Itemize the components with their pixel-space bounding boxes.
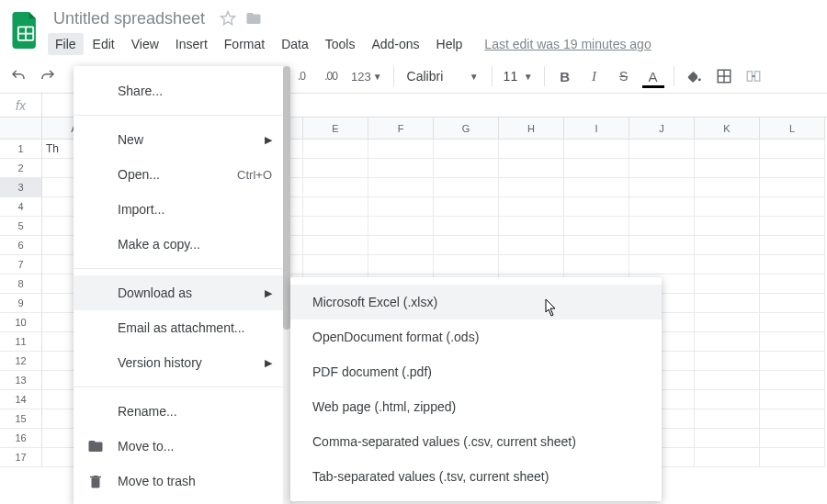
cell[interactable] bbox=[695, 197, 760, 217]
cell[interactable] bbox=[368, 236, 434, 255]
menu-help[interactable]: Help bbox=[429, 33, 470, 55]
row-header[interactable]: 3 bbox=[0, 178, 42, 197]
cell[interactable] bbox=[695, 217, 760, 236]
download-xlsx[interactable]: Microsoft Excel (.xlsx) bbox=[290, 285, 662, 319]
cell[interactable] bbox=[629, 197, 695, 217]
cell[interactable] bbox=[760, 390, 825, 409]
undo-button[interactable] bbox=[6, 63, 31, 89]
redo-button[interactable] bbox=[35, 63, 61, 89]
cell[interactable] bbox=[760, 448, 825, 467]
sheets-logo[interactable] bbox=[7, 6, 44, 55]
cell[interactable] bbox=[695, 236, 760, 255]
column-header[interactable]: E bbox=[303, 118, 368, 140]
row-header[interactable]: 8 bbox=[0, 274, 42, 294]
menu-tools[interactable]: Tools bbox=[318, 33, 363, 55]
file-menu-download-as[interactable]: Download as▶ bbox=[74, 275, 290, 310]
cell[interactable] bbox=[434, 140, 499, 159]
cell[interactable] bbox=[760, 197, 825, 217]
strikethrough-button[interactable]: S bbox=[611, 63, 637, 89]
cell[interactable] bbox=[629, 178, 695, 197]
file-menu-email-attachment[interactable]: Email as attachment... bbox=[74, 310, 290, 345]
menu-addons[interactable]: Add-ons bbox=[364, 33, 426, 55]
cell[interactable] bbox=[695, 448, 760, 467]
cell[interactable] bbox=[434, 255, 499, 274]
cell[interactable] bbox=[760, 159, 825, 178]
menu-insert[interactable]: Insert bbox=[168, 33, 215, 55]
download-html[interactable]: Web page (.html, zipped) bbox=[290, 389, 662, 424]
cell[interactable] bbox=[695, 429, 760, 448]
cell[interactable] bbox=[760, 140, 825, 159]
menu-format[interactable]: Format bbox=[217, 33, 272, 55]
merge-cells-button[interactable] bbox=[741, 63, 766, 89]
row-header[interactable]: 16 bbox=[0, 429, 42, 448]
row-header[interactable]: 2 bbox=[0, 159, 42, 178]
cell[interactable] bbox=[434, 197, 499, 217]
cell[interactable] bbox=[695, 178, 760, 197]
scrollbar-thumb[interactable] bbox=[283, 66, 290, 330]
row-header[interactable]: 7 bbox=[0, 255, 42, 274]
cell[interactable] bbox=[564, 159, 629, 178]
cell[interactable] bbox=[434, 236, 499, 255]
cell[interactable] bbox=[760, 236, 825, 255]
cell[interactable] bbox=[499, 236, 564, 255]
bold-button[interactable]: B bbox=[552, 63, 578, 89]
menu-scrollbar[interactable] bbox=[283, 66, 290, 504]
file-menu-rename[interactable]: Rename... bbox=[74, 394, 290, 429]
cell[interactable] bbox=[760, 332, 825, 352]
last-edit-link[interactable]: Last edit was 19 minutes ago bbox=[484, 37, 651, 51]
cell[interactable] bbox=[695, 352, 760, 371]
file-menu-new[interactable]: New▶ bbox=[74, 122, 290, 157]
cell[interactable] bbox=[564, 178, 629, 197]
cell[interactable] bbox=[499, 140, 564, 159]
more-formats-button[interactable]: 123 ▼ bbox=[347, 63, 386, 89]
cell[interactable] bbox=[368, 140, 434, 159]
cell[interactable] bbox=[434, 178, 499, 197]
cell[interactable] bbox=[695, 371, 760, 390]
cell[interactable] bbox=[303, 197, 368, 217]
font-family-select[interactable]: Calibri ▼ bbox=[402, 64, 484, 88]
cell[interactable] bbox=[303, 140, 368, 159]
row-header[interactable]: 17 bbox=[0, 448, 42, 467]
cell[interactable] bbox=[564, 197, 629, 217]
row-header[interactable]: 1 bbox=[0, 140, 42, 159]
file-menu-move-to[interactable]: Move to... bbox=[74, 429, 290, 464]
cell[interactable] bbox=[695, 140, 760, 159]
cell[interactable] bbox=[760, 294, 825, 313]
cell[interactable] bbox=[695, 274, 760, 294]
cell[interactable] bbox=[760, 352, 825, 371]
cell[interactable] bbox=[695, 159, 760, 178]
file-menu-share[interactable]: Share... bbox=[74, 73, 290, 108]
cell[interactable] bbox=[695, 332, 760, 352]
cell[interactable] bbox=[760, 429, 825, 448]
increase-decimal-button[interactable]: .00 bbox=[318, 63, 344, 89]
cell[interactable] bbox=[499, 178, 564, 197]
cell[interactable] bbox=[760, 371, 825, 390]
cell[interactable] bbox=[695, 313, 760, 332]
row-header[interactable]: 12 bbox=[0, 352, 42, 371]
cell[interactable] bbox=[434, 159, 499, 178]
cell[interactable] bbox=[695, 255, 760, 274]
row-header[interactable]: 6 bbox=[0, 236, 42, 255]
menu-file[interactable]: File bbox=[48, 33, 84, 55]
font-size-select[interactable]: 11 ▼ bbox=[500, 64, 537, 88]
cell[interactable] bbox=[368, 255, 434, 274]
column-header[interactable]: J bbox=[629, 118, 695, 140]
star-icon[interactable] bbox=[220, 10, 236, 27]
select-all-corner[interactable] bbox=[0, 118, 42, 140]
cell[interactable] bbox=[695, 294, 760, 313]
row-header[interactable]: 9 bbox=[0, 294, 42, 313]
cell[interactable] bbox=[629, 217, 695, 236]
text-color-button[interactable]: A bbox=[640, 63, 666, 89]
decrease-decimal-button[interactable]: .0 bbox=[289, 63, 314, 89]
fill-color-button[interactable] bbox=[682, 63, 708, 89]
cell[interactable] bbox=[564, 236, 629, 255]
file-menu-import[interactable]: Import... bbox=[74, 192, 290, 227]
download-ods[interactable]: OpenDocument format (.ods) bbox=[290, 319, 662, 354]
column-header[interactable]: L bbox=[760, 118, 825, 140]
menu-edit[interactable]: Edit bbox=[85, 33, 122, 55]
row-header[interactable]: 15 bbox=[0, 409, 42, 429]
file-menu-version-history[interactable]: Version history▶ bbox=[74, 345, 290, 380]
cell[interactable] bbox=[564, 140, 629, 159]
cell[interactable] bbox=[760, 217, 825, 236]
menu-view[interactable]: View bbox=[124, 33, 166, 55]
